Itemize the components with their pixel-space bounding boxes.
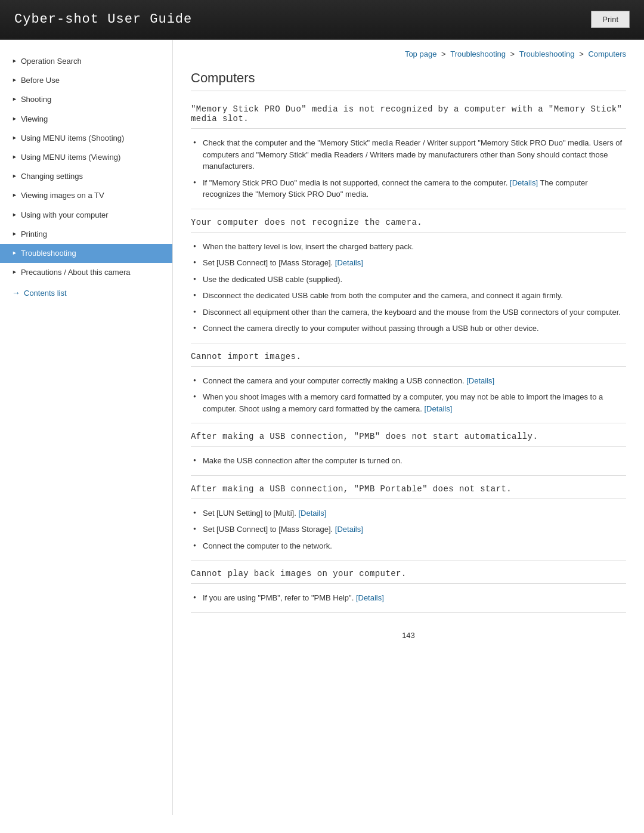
sidebar-item-10[interactable]: ►Troubleshooting (0, 244, 172, 263)
list-item: When the battery level is low, insert th… (191, 239, 626, 255)
sidebar-item-6[interactable]: ►Changing settings (0, 167, 172, 186)
list-item: When you shoot images with a memory card… (191, 389, 626, 417)
breadcrumb-troubleshooting1[interactable]: Troubleshooting (450, 49, 506, 58)
bullet-list-1: When the battery level is low, insert th… (191, 239, 626, 337)
sidebar-label-11: Precautions / About this camera (21, 267, 131, 278)
sidebar-item-5[interactable]: ►Using MENU items (Viewing) (0, 148, 172, 167)
breadcrumb-troubleshooting2[interactable]: Troubleshooting (519, 49, 575, 58)
list-item: Disconnect all equipment other than the … (191, 304, 626, 321)
contents-list-label: Contents list (24, 289, 67, 298)
section-cannot-import: Cannot import images.Connect the camera … (191, 343, 626, 424)
bullet-list-5: If you are using "PMB", refer to "PMB He… (191, 590, 626, 606)
bullet-list-3: Make the USB connection after the comput… (191, 453, 626, 469)
breadcrumb-sep1: > (441, 49, 448, 58)
list-item: If you are using "PMB", refer to "PMB He… (191, 590, 626, 606)
sidebar-arrow-0: ► (12, 57, 17, 65)
sidebar-label-7: Viewing images on a TV (21, 190, 104, 201)
list-item: Connect the camera directly to your comp… (191, 320, 626, 337)
list-item: Make the USB connection after the comput… (191, 453, 626, 469)
sidebar-label-0: Operation Search (21, 56, 82, 67)
section-pmb-portable: After making a USB connection, "PMB Port… (191, 476, 626, 561)
details-link[interactable]: [Details] (466, 376, 494, 385)
sidebar-arrow-7: ► (12, 191, 17, 199)
list-item: If "Memory Stick PRO Duo" media is not s… (191, 175, 626, 203)
breadcrumb-top[interactable]: Top page (405, 49, 437, 58)
sidebar-item-2[interactable]: ►Shooting (0, 90, 172, 109)
details-link[interactable]: [Details] (335, 258, 363, 267)
list-item: Set [LUN Setting] to [Multi]. [Details] (191, 505, 626, 522)
bullet-list-4: Set [LUN Setting] to [Multi]. [Details]S… (191, 505, 626, 555)
sidebar-item-1[interactable]: ►Before Use (0, 71, 172, 90)
section-camera-not-recognized: Your computer does not recognize the cam… (191, 209, 626, 343)
sidebar-label-3: Viewing (21, 114, 48, 125)
sidebar-arrow-4: ► (12, 134, 17, 142)
sidebar-label-9: Printing (21, 229, 47, 240)
sidebar-arrow-2: ► (12, 95, 17, 103)
list-item: Disconnect the dedicated USB cable from … (191, 287, 626, 304)
details-link[interactable]: [Details] (335, 525, 363, 534)
sidebar-label-4: Using MENU items (Shooting) (21, 133, 124, 144)
contents-list-link[interactable]: → Contents list (0, 282, 172, 304)
list-item: Connect the computer to the network. (191, 538, 626, 555)
sidebar-label-8: Using with your computer (21, 210, 109, 221)
sidebar: ►Operation Search►Before Use►Shooting►Vi… (0, 40, 173, 815)
app-title: Cyber-shot User Guide (14, 12, 192, 27)
details-link[interactable]: [Details] (356, 593, 384, 602)
section-heading-1: Your computer does not recognize the cam… (191, 209, 626, 233)
breadcrumb-sep2: > (510, 49, 517, 58)
main-layout: ►Operation Search►Before Use►Shooting►Vi… (0, 40, 644, 815)
sidebar-item-3[interactable]: ►Viewing (0, 110, 172, 129)
page-title: Computers (191, 70, 626, 91)
section-heading-2: Cannot import images. (191, 343, 626, 367)
breadcrumb-sep3: > (579, 49, 586, 58)
list-item: Set [USB Connect] to [Mass Storage]. [De… (191, 255, 626, 271)
sections-container: "Memory Stick PRO Duo" media is not reco… (191, 96, 626, 613)
sidebar-arrow-1: ► (12, 76, 17, 84)
page-number: 143 (191, 631, 626, 640)
list-item: Check that the computer and the "Memory … (191, 135, 626, 175)
list-item: Set [USB Connect] to [Mass Storage]. [De… (191, 521, 626, 538)
sidebar-arrow-11: ► (12, 268, 17, 276)
section-cannot-playback: Cannot play back images on your computer… (191, 561, 626, 613)
sidebar-arrow-9: ► (12, 230, 17, 238)
sidebar-item-9[interactable]: ►Printing (0, 225, 172, 244)
sidebar-label-6: Changing settings (21, 171, 83, 182)
details-link[interactable]: [Details] (298, 509, 326, 518)
app-header: Cyber-shot User Guide Print (0, 0, 644, 40)
sidebar-arrow-5: ► (12, 153, 17, 161)
sidebar-label-10: Troubleshooting (21, 248, 76, 259)
sidebar-arrow-3: ► (12, 115, 17, 123)
sidebar-item-7[interactable]: ►Viewing images on a TV (0, 186, 172, 205)
section-heading-0: "Memory Stick PRO Duo" media is not reco… (191, 96, 626, 129)
bullet-list-0: Check that the computer and the "Memory … (191, 135, 626, 203)
sidebar-arrow-10: ► (12, 249, 17, 257)
sidebar-arrow-8: ► (12, 211, 17, 219)
sidebar-label-5: Using MENU items (Viewing) (21, 152, 120, 163)
breadcrumb-current[interactable]: Computers (588, 49, 626, 58)
bullet-list-2: Connect the camera and your computer cor… (191, 373, 626, 417)
print-button[interactable]: Print (591, 11, 630, 28)
breadcrumb: Top page > Troubleshooting > Troubleshoo… (191, 49, 626, 58)
sidebar-item-8[interactable]: ►Using with your computer (0, 206, 172, 225)
sidebar-arrow-6: ► (12, 172, 17, 180)
sidebar-item-4[interactable]: ►Using MENU items (Shooting) (0, 129, 172, 148)
details-link[interactable]: [Details] (510, 178, 538, 187)
section-heading-5: Cannot play back images on your computer… (191, 561, 626, 584)
details-link[interactable]: [Details] (424, 404, 452, 413)
sidebar-label-1: Before Use (21, 75, 60, 86)
section-pmb-not-start: After making a USB connection, "PMB" doe… (191, 423, 626, 476)
sidebar-label-2: Shooting (21, 94, 51, 105)
sidebar-item-0[interactable]: ►Operation Search (0, 52, 172, 71)
list-item: Use the dedicated USB cable (supplied). (191, 271, 626, 288)
main-content: Top page > Troubleshooting > Troubleshoo… (173, 40, 644, 815)
section-memory-stick: "Memory Stick PRO Duo" media is not reco… (191, 96, 626, 209)
section-divider (191, 612, 626, 613)
arrow-right-icon: → (12, 288, 20, 298)
section-heading-3: After making a USB connection, "PMB" doe… (191, 423, 626, 447)
list-item: Connect the camera and your computer cor… (191, 373, 626, 389)
section-heading-4: After making a USB connection, "PMB Port… (191, 476, 626, 499)
sidebar-item-11[interactable]: ►Precautions / About this camera (0, 263, 172, 282)
